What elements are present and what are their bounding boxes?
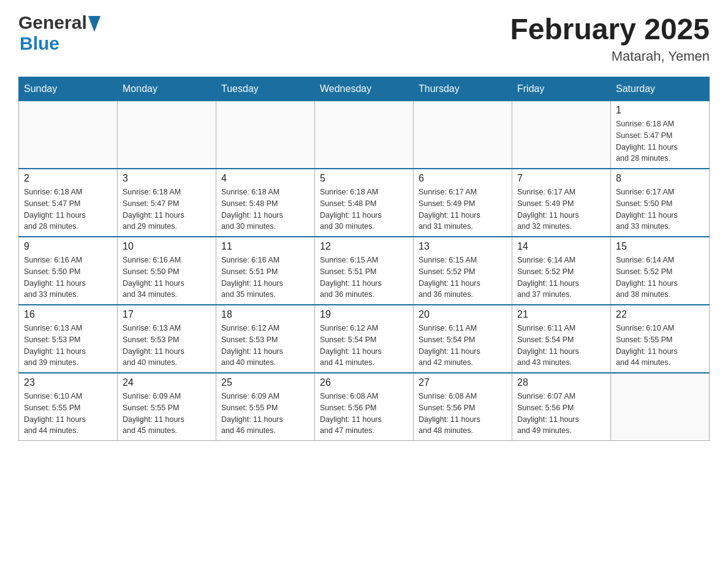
day-number: 18 — [221, 309, 309, 320]
logo-general-text: General — [18, 12, 87, 33]
calendar-cell: 6Sunrise: 6:17 AM Sunset: 5:49 PM Daylig… — [414, 169, 512, 237]
calendar-week-1: 1Sunrise: 6:18 AM Sunset: 5:47 PM Daylig… — [19, 101, 710, 169]
day-info: Sunrise: 6:17 AM Sunset: 5:49 PM Dayligh… — [419, 186, 507, 232]
day-number: 1 — [616, 105, 704, 116]
calendar-cell: 25Sunrise: 6:09 AM Sunset: 5:55 PM Dayli… — [216, 373, 315, 441]
svg-marker-0 — [88, 16, 100, 32]
calendar-cell: 10Sunrise: 6:16 AM Sunset: 5:50 PM Dayli… — [118, 237, 216, 305]
calendar-cell — [611, 373, 710, 441]
calendar-cell: 12Sunrise: 6:15 AM Sunset: 5:51 PM Dayli… — [315, 237, 414, 305]
day-info: Sunrise: 6:18 AM Sunset: 5:47 PM Dayligh… — [616, 118, 704, 164]
calendar-cell: 27Sunrise: 6:08 AM Sunset: 5:56 PM Dayli… — [414, 373, 512, 441]
day-info: Sunrise: 6:18 AM Sunset: 5:48 PM Dayligh… — [221, 186, 309, 232]
day-number: 23 — [24, 377, 112, 388]
calendar-cell — [118, 101, 216, 169]
calendar-cell: 14Sunrise: 6:14 AM Sunset: 5:52 PM Dayli… — [512, 237, 611, 305]
calendar-cell — [512, 101, 611, 169]
day-info: Sunrise: 6:13 AM Sunset: 5:53 PM Dayligh… — [24, 323, 112, 369]
calendar-week-5: 23Sunrise: 6:10 AM Sunset: 5:55 PM Dayli… — [19, 373, 710, 441]
day-info: Sunrise: 6:15 AM Sunset: 5:52 PM Dayligh… — [419, 255, 507, 301]
calendar-cell: 8Sunrise: 6:17 AM Sunset: 5:50 PM Daylig… — [611, 169, 710, 237]
calendar-cell: 24Sunrise: 6:09 AM Sunset: 5:55 PM Dayli… — [118, 373, 216, 441]
day-number: 26 — [320, 377, 408, 388]
calendar-cell: 7Sunrise: 6:17 AM Sunset: 5:49 PM Daylig… — [512, 169, 611, 237]
day-number: 28 — [517, 377, 605, 388]
calendar-cell: 1Sunrise: 6:18 AM Sunset: 5:47 PM Daylig… — [611, 101, 710, 169]
col-saturday: Saturday — [611, 77, 710, 101]
day-info: Sunrise: 6:18 AM Sunset: 5:47 PM Dayligh… — [24, 186, 112, 232]
calendar-table: Sunday Monday Tuesday Wednesday Thursday… — [18, 77, 710, 441]
day-number: 8 — [616, 173, 704, 184]
day-number: 11 — [221, 241, 309, 252]
day-info: Sunrise: 6:08 AM Sunset: 5:56 PM Dayligh… — [320, 391, 408, 437]
calendar-cell: 22Sunrise: 6:10 AM Sunset: 5:55 PM Dayli… — [611, 305, 710, 373]
day-info: Sunrise: 6:17 AM Sunset: 5:50 PM Dayligh… — [616, 186, 704, 232]
day-info: Sunrise: 6:08 AM Sunset: 5:56 PM Dayligh… — [419, 391, 507, 437]
calendar-header: Sunday Monday Tuesday Wednesday Thursday… — [19, 77, 710, 101]
title-section: February 2025 Matarah, Yemen — [510, 12, 710, 64]
day-info: Sunrise: 6:14 AM Sunset: 5:52 PM Dayligh… — [616, 255, 704, 301]
day-info: Sunrise: 6:11 AM Sunset: 5:54 PM Dayligh… — [517, 323, 605, 369]
calendar-cell: 21Sunrise: 6:11 AM Sunset: 5:54 PM Dayli… — [512, 305, 611, 373]
page-header: General Blue February 2025 Matarah, Yeme… — [18, 12, 710, 64]
calendar-cell — [414, 101, 512, 169]
calendar-cell: 2Sunrise: 6:18 AM Sunset: 5:47 PM Daylig… — [19, 169, 118, 237]
calendar-cell — [216, 101, 315, 169]
calendar-cell: 13Sunrise: 6:15 AM Sunset: 5:52 PM Dayli… — [414, 237, 512, 305]
logo: General Blue — [18, 12, 100, 54]
day-number: 13 — [419, 241, 507, 252]
day-number: 16 — [24, 309, 112, 320]
day-info: Sunrise: 6:14 AM Sunset: 5:52 PM Dayligh… — [517, 255, 605, 301]
page-subtitle: Matarah, Yemen — [510, 48, 710, 64]
calendar-cell: 15Sunrise: 6:14 AM Sunset: 5:52 PM Dayli… — [611, 237, 710, 305]
day-number: 2 — [24, 173, 112, 184]
calendar-week-3: 9Sunrise: 6:16 AM Sunset: 5:50 PM Daylig… — [19, 237, 710, 305]
day-info: Sunrise: 6:13 AM Sunset: 5:53 PM Dayligh… — [123, 323, 211, 369]
day-info: Sunrise: 6:10 AM Sunset: 5:55 PM Dayligh… — [616, 323, 704, 369]
day-number: 4 — [221, 173, 309, 184]
day-info: Sunrise: 6:16 AM Sunset: 5:50 PM Dayligh… — [24, 255, 112, 301]
logo-blue-text: Blue — [20, 33, 59, 53]
calendar-cell: 19Sunrise: 6:12 AM Sunset: 5:54 PM Dayli… — [315, 305, 414, 373]
col-thursday: Thursday — [414, 77, 512, 101]
logo-arrow-icon — [88, 16, 100, 32]
day-number: 25 — [221, 377, 309, 388]
day-info: Sunrise: 6:15 AM Sunset: 5:51 PM Dayligh… — [320, 255, 408, 301]
day-info: Sunrise: 6:18 AM Sunset: 5:48 PM Dayligh… — [320, 186, 408, 232]
day-number: 19 — [320, 309, 408, 320]
calendar-cell: 20Sunrise: 6:11 AM Sunset: 5:54 PM Dayli… — [414, 305, 512, 373]
day-info: Sunrise: 6:18 AM Sunset: 5:47 PM Dayligh… — [123, 186, 211, 232]
calendar-cell: 11Sunrise: 6:16 AM Sunset: 5:51 PM Dayli… — [216, 237, 315, 305]
day-number: 20 — [419, 309, 507, 320]
calendar-cell: 16Sunrise: 6:13 AM Sunset: 5:53 PM Dayli… — [19, 305, 118, 373]
day-number: 15 — [616, 241, 704, 252]
calendar-cell: 5Sunrise: 6:18 AM Sunset: 5:48 PM Daylig… — [315, 169, 414, 237]
calendar-week-2: 2Sunrise: 6:18 AM Sunset: 5:47 PM Daylig… — [19, 169, 710, 237]
day-info: Sunrise: 6:12 AM Sunset: 5:53 PM Dayligh… — [221, 323, 309, 369]
calendar-cell — [315, 101, 414, 169]
col-wednesday: Wednesday — [315, 77, 414, 101]
col-tuesday: Tuesday — [216, 77, 315, 101]
calendar-cell: 9Sunrise: 6:16 AM Sunset: 5:50 PM Daylig… — [19, 237, 118, 305]
day-info: Sunrise: 6:10 AM Sunset: 5:55 PM Dayligh… — [24, 391, 112, 437]
day-info: Sunrise: 6:16 AM Sunset: 5:51 PM Dayligh… — [221, 255, 309, 301]
calendar-cell: 28Sunrise: 6:07 AM Sunset: 5:56 PM Dayli… — [512, 373, 611, 441]
day-number: 27 — [419, 377, 507, 388]
day-number: 12 — [320, 241, 408, 252]
col-friday: Friday — [512, 77, 611, 101]
day-number: 7 — [517, 173, 605, 184]
day-number: 14 — [517, 241, 605, 252]
day-number: 21 — [517, 309, 605, 320]
calendar-body: 1Sunrise: 6:18 AM Sunset: 5:47 PM Daylig… — [19, 101, 710, 441]
calendar-cell: 23Sunrise: 6:10 AM Sunset: 5:55 PM Dayli… — [19, 373, 118, 441]
day-number: 22 — [616, 309, 704, 320]
calendar-week-4: 16Sunrise: 6:13 AM Sunset: 5:53 PM Dayli… — [19, 305, 710, 373]
day-number: 24 — [123, 377, 211, 388]
day-info: Sunrise: 6:12 AM Sunset: 5:54 PM Dayligh… — [320, 323, 408, 369]
calendar-cell: 3Sunrise: 6:18 AM Sunset: 5:47 PM Daylig… — [118, 169, 216, 237]
calendar-cell: 4Sunrise: 6:18 AM Sunset: 5:48 PM Daylig… — [216, 169, 315, 237]
day-info: Sunrise: 6:09 AM Sunset: 5:55 PM Dayligh… — [123, 391, 211, 437]
header-row: Sunday Monday Tuesday Wednesday Thursday… — [19, 77, 710, 101]
calendar-cell: 17Sunrise: 6:13 AM Sunset: 5:53 PM Dayli… — [118, 305, 216, 373]
calendar-cell: 26Sunrise: 6:08 AM Sunset: 5:56 PM Dayli… — [315, 373, 414, 441]
